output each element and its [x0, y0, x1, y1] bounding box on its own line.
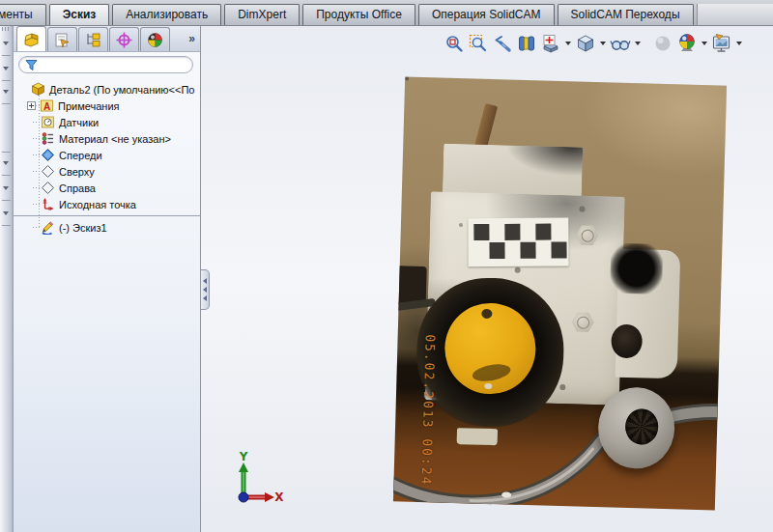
plane-icon [41, 181, 55, 195]
origin-icon [41, 197, 55, 211]
toolbar-separator [2, 200, 11, 201]
plane-icon [41, 164, 55, 179]
toolbar-separator [2, 103, 11, 104]
featuremanager-icon [22, 31, 41, 47]
svg-text:A: A [43, 101, 50, 112]
material-icon [41, 131, 55, 146]
display-style-button[interactable] [574, 32, 596, 54]
view-orientation-icon [541, 34, 560, 53]
toolbar-separator [2, 80, 11, 81]
plane-front-icon [41, 148, 55, 162]
toolbar-separator [2, 152, 11, 153]
feature-tree: Деталь2 (По умолчанию<<По A Примечания [14, 76, 200, 236]
hide-show-items-dropdown[interactable] [633, 32, 642, 54]
tab-featuremanager[interactable] [16, 26, 46, 51]
filter-row [14, 52, 200, 76]
zoom-to-fit-button[interactable] [443, 32, 465, 54]
tab-elements[interactable]: менты [0, 4, 46, 25]
hide-show-items-button[interactable] [609, 32, 631, 54]
toolbar-separator [2, 55, 11, 56]
tree-connector-line [39, 96, 40, 227]
view-settings-button[interactable] [710, 32, 732, 54]
tab-dimxpertmanager[interactable] [109, 27, 139, 51]
edit-appearance-button[interactable] [651, 32, 673, 54]
rollback-bar[interactable] [14, 215, 200, 216]
tree-item-sketch1[interactable]: (-) Эскиз1 [14, 219, 200, 236]
view-orientation-button[interactable] [539, 32, 561, 54]
toolbar-separator [2, 175, 11, 176]
previous-view-icon [493, 34, 512, 53]
tab-displaymanager[interactable] [140, 27, 170, 51]
tab-configurationmanager[interactable] [78, 27, 108, 51]
tab-dimxpert[interactable]: DimXpert [224, 4, 300, 25]
photo-bent-pipe [393, 76, 727, 510]
toolbar-grip-dots [2, 27, 11, 31]
tree-item-annotations[interactable]: A Примечания [14, 98, 200, 114]
flyout-arrow-icon[interactable] [3, 186, 9, 190]
apply-scene-dropdown[interactable] [700, 32, 708, 54]
tree-item-material[interactable]: Материал <не указан> [14, 130, 200, 147]
toolbar-separator [2, 225, 11, 226]
command-manager-tabs: менты Эскиз Анализировать DimXpert Проду… [0, 0, 773, 26]
section-view-button[interactable] [515, 32, 537, 54]
edit-appearance-icon [653, 34, 673, 53]
zoom-to-fit-icon [444, 34, 464, 53]
panel-collapse-handle[interactable] [201, 269, 210, 310]
view-settings-icon [711, 33, 732, 53]
section-view-icon [517, 34, 536, 53]
view-orientation-dropdown[interactable] [563, 32, 572, 54]
flyout-arrow-icon[interactable] [3, 90, 9, 94]
apply-scene-icon [676, 33, 698, 53]
tab-evaluate[interactable]: Анализировать [112, 4, 221, 25]
tab-solidcam-operation[interactable]: Операция SolidCAM [418, 4, 555, 25]
propertymanager-icon [53, 32, 72, 48]
tree-root-part[interactable]: Деталь2 (По умолчанию<<По [14, 81, 200, 98]
tree-filter-input[interactable] [38, 58, 186, 71]
panel-overflow-chevron[interactable]: » [188, 32, 195, 45]
graphics-area[interactable]: 05.02.2013 00:24 Y X [201, 26, 773, 532]
tree-filter-box[interactable] [18, 56, 193, 73]
sketch-picture-photo[interactable]: 05.02.2013 00:24 [393, 76, 727, 510]
dimxpertmanager-icon [115, 32, 133, 48]
featuremanager-panel: » Деталь2 (По умолчанию<<По [14, 26, 201, 532]
tab-office-products[interactable]: Продукты Office [302, 4, 415, 25]
displaymanager-icon [146, 32, 164, 48]
tabbar-empty-area [697, 4, 773, 25]
panel-tab-strip: » [14, 26, 200, 52]
expand-plus-icon[interactable] [27, 101, 36, 110]
previous-view-button[interactable] [491, 32, 513, 54]
tree-item-right-plane[interactable]: Справа [14, 180, 200, 196]
flyout-arrow-icon[interactable] [3, 161, 9, 165]
part-icon [31, 82, 45, 97]
zoom-to-area-icon [469, 34, 488, 53]
tree-item-top-plane[interactable]: Сверху [14, 163, 200, 180]
tree-root-label: Деталь2 (По умолчанию<<По [49, 84, 194, 96]
apply-scene-button[interactable] [675, 32, 698, 54]
sketch-icon [41, 220, 55, 235]
triad-x-label: X [274, 490, 284, 504]
flyout-arrow-icon[interactable] [3, 42, 9, 45]
tree-item-sensors[interactable]: Датчики [14, 114, 200, 130]
display-style-icon [576, 34, 595, 53]
view-settings-dropdown[interactable] [734, 32, 743, 54]
left-docked-toolbar [0, 26, 14, 532]
heads-up-toolbar [443, 32, 743, 54]
configurationmanager-icon [84, 32, 102, 48]
tab-sketch[interactable]: Эскиз [49, 4, 110, 25]
filter-funnel-icon [25, 59, 38, 71]
tab-solidcam-transitions[interactable]: SolidCAM Переходы [558, 4, 694, 25]
tree-item-origin[interactable]: Исходная точка [14, 196, 200, 212]
tree-item-front-plane[interactable]: Спереди [14, 147, 200, 163]
zoom-to-area-button[interactable] [467, 32, 489, 54]
annotations-folder-icon: A [40, 98, 54, 113]
sensors-folder-icon [41, 115, 55, 129]
tab-propertymanager[interactable] [47, 27, 77, 51]
hide-show-items-icon [610, 34, 631, 53]
flyout-arrow-icon[interactable] [3, 67, 9, 70]
flyout-arrow-icon[interactable] [3, 211, 9, 215]
origin-triad: Y X [230, 449, 284, 509]
triad-y-label: Y [239, 450, 248, 463]
display-style-dropdown[interactable] [598, 32, 607, 54]
